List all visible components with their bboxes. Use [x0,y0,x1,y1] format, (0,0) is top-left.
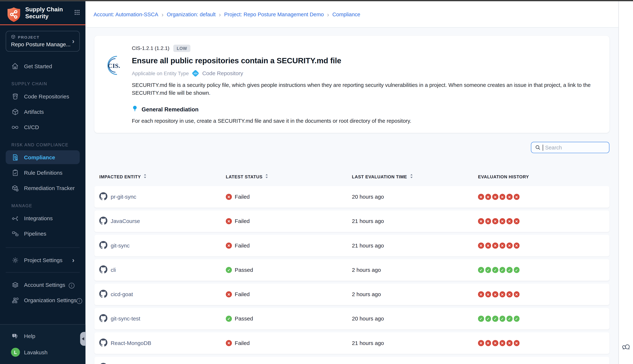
app-switcher-grid-icon[interactable] [74,9,80,17]
table-row: cli✓Passed2 hours ago✓✓✓✓✓✓ [94,259,609,281]
evaluation-time: 2 hours ago [352,267,478,273]
remediation-text: For each repository in use, create a SEC… [132,118,598,124]
main-area: Account: Automation-SSCA›Organization: d… [85,1,618,364]
app-title: Supply Chain Security [25,6,68,20]
status-cell: ✕Failed [226,292,352,298]
sidebar-header: Supply Chain Security [0,1,85,25]
column-header-latest-status[interactable]: LATEST STATUS [226,174,352,180]
status-label: Failed [235,340,250,346]
passed-check-icon: ✓ [499,316,505,322]
lightbulb-icon [132,105,138,113]
evaluation-history: ✕✕✕✕✕✕ [478,340,609,346]
sidebar-item-compliance[interactable]: Compliance [6,150,80,164]
failed-x-icon: ✕ [478,194,484,200]
evaluation-time: 20 hours ago [352,194,478,200]
failed-x-icon: ✕ [485,218,491,224]
layers-icon [11,281,19,289]
breadcrumb-link[interactable]: Project: Repo Posture Management Demo [224,11,324,17]
user-menu[interactable]: L Lavakush [6,345,80,359]
failed-x-icon: ✕ [226,292,232,298]
entity-name-link[interactable]: React-MongoDB [111,340,151,346]
table-row: ✓Passed✓✓✓✓✓✓ [94,357,609,364]
sidebar-item-organization-settings[interactable]: Organization Settingsi [6,294,80,307]
sort-icon[interactable] [265,174,269,180]
status-label: Failed [235,242,250,248]
status-cell: ✓Passed [226,316,352,322]
project-switcher[interactable]: PROJECT Repo Posture Manage... › [6,31,80,52]
column-header-evaluation-history[interactable]: EVALUATION HISTORY [478,174,609,179]
sidebar-collapse-handle[interactable] [80,332,86,346]
status-cell: ✕Failed [226,340,352,346]
cis-logo: CIS. [104,54,125,76]
passed-check-icon: ✓ [226,316,232,322]
sidebar-item-code-repositories[interactable]: Code Repositories [6,90,80,103]
sort-icon[interactable] [409,174,413,180]
status-label: Failed [235,194,250,200]
status-cell: ✕Failed [226,194,352,200]
sidebar-item-project-settings[interactable]: Project Settings› [6,253,80,267]
app-window: Supply Chain Security PROJECT [0,0,633,364]
chevron-right-icon: › [216,11,224,17]
info-icon[interactable]: i [69,281,74,288]
entity-name-link[interactable]: cicd-goat [111,292,133,298]
breadcrumb-link[interactable]: Organization: default [167,11,216,17]
cicd-icon [11,123,19,131]
sidebar-item-label: Rule Definitions [24,170,63,176]
sidebar-item-ci-cd[interactable]: CI/CD [6,120,80,134]
user-name: Lavakush [24,349,48,355]
help-button[interactable]: ? Help [6,329,80,343]
entity-name-link[interactable]: git-sync [111,242,129,248]
project-eyebrow-label: PROJECT [18,35,40,39]
sidebar-nav: Get StartedSUPPLY CHAINCode Repositories… [0,59,85,242]
sidebar-settings: Project Settings›Account SettingsiOrgani… [0,253,85,309]
breadcrumb-link[interactable]: Compliance [332,11,360,17]
sidebar-item-label: Project Settings [24,257,63,263]
failed-x-icon: ✕ [499,243,505,248]
evaluation-history: ✕✕✕✕✕✕ [478,292,609,297]
search-icon [535,145,541,150]
failed-x-icon: ✕ [226,242,232,248]
passed-check-icon: ✓ [226,267,232,273]
breadcrumb-link[interactable]: Account: Automation-SSCA [94,11,158,17]
github-icon [99,314,107,324]
entity-name-link[interactable]: JavaCourse [111,218,140,224]
compliance-icon [11,153,19,161]
failed-x-icon: ✕ [478,218,484,224]
table-row: React-MongoDB✕Failed21 hours ago✕✕✕✕✕✕ [94,332,609,354]
sidebar-item-account-settings[interactable]: Account Settingsi [6,278,80,292]
github-icon [99,216,107,226]
failed-x-icon: ✕ [514,243,519,248]
sidebar-item-integrations[interactable]: Integrations [6,211,80,225]
column-header-impacted-entity[interactable]: IMPACTED ENTITY [99,174,226,180]
applicable-label: Applicable on Entity Type [132,70,189,76]
sidebar-item-rule-definitions[interactable]: Rule Definitions [6,166,80,180]
sidebar-item-remediation-tracker[interactable]: Remediation Tracker [6,181,80,195]
failed-x-icon: ✕ [499,194,505,200]
chat-support-icon[interactable] [622,342,630,353]
rule-card: CIS. CIS-1.2.1 (1.2.1) LOW Ensure all pu… [94,36,609,133]
sort-icon[interactable] [143,174,147,180]
chevron-left-icon [82,337,84,340]
rule-description: SECURITY.md file is a security policy fi… [132,82,598,96]
entity-name-link[interactable]: git-sync-test [111,316,140,322]
search-input[interactable] [545,144,605,150]
failed-x-icon: ✕ [492,292,498,297]
status-label: Failed [235,218,250,224]
evaluation-time: 2 hours ago [352,292,478,298]
sidebar-section-label: RISK AND COMPLIANCE [11,142,80,147]
sidebar-item-get-started[interactable]: Get Started [6,59,80,73]
evaluation-time: 21 hours ago [352,242,478,248]
info-icon[interactable]: i [77,296,82,304]
entity-name-link[interactable]: pr-git-sync [111,194,136,200]
status-cell: ✕Failed [226,218,352,224]
chevron-right-icon: › [72,38,75,44]
column-header-last-evaluation-time[interactable]: LAST EVALUATION TIME [352,174,478,180]
entity-name-link[interactable]: cli [111,267,116,273]
sidebar-item-artifacts[interactable]: Artifacts [6,105,80,119]
failed-x-icon: ✕ [506,218,512,224]
sidebar-item-pipelines[interactable]: Pipelines [6,227,80,240]
sidebar-item-label: Get Started [24,63,52,69]
rule-id: CIS-1.2.1 (1.2.1) [132,46,169,51]
status-cell: ✓Passed [226,267,352,273]
search-box[interactable] [531,142,609,153]
